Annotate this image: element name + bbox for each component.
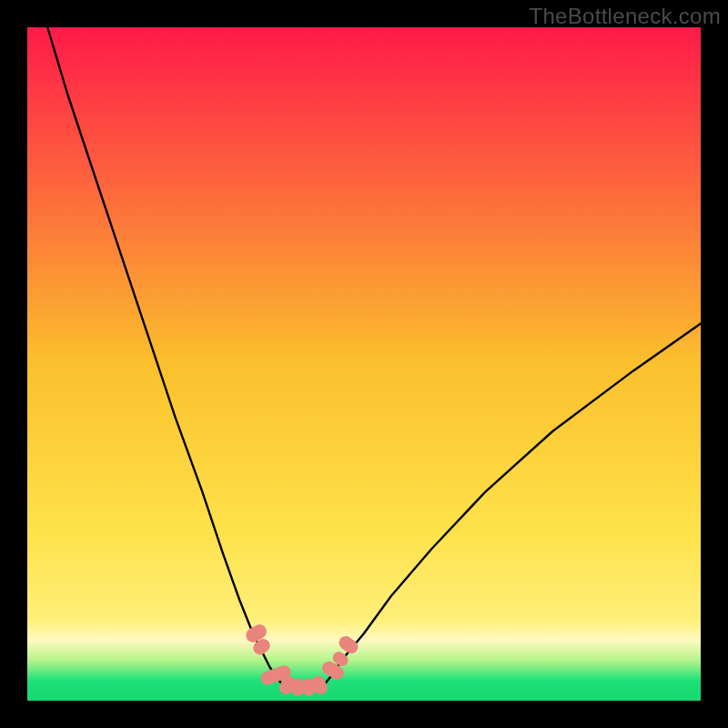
chart-frame: TheBottleneck.com <box>0 0 728 728</box>
watermark-text: TheBottleneck.com <box>529 4 721 29</box>
chart-svg <box>27 27 701 701</box>
plot-area <box>27 27 701 701</box>
gradient-background <box>27 27 701 701</box>
